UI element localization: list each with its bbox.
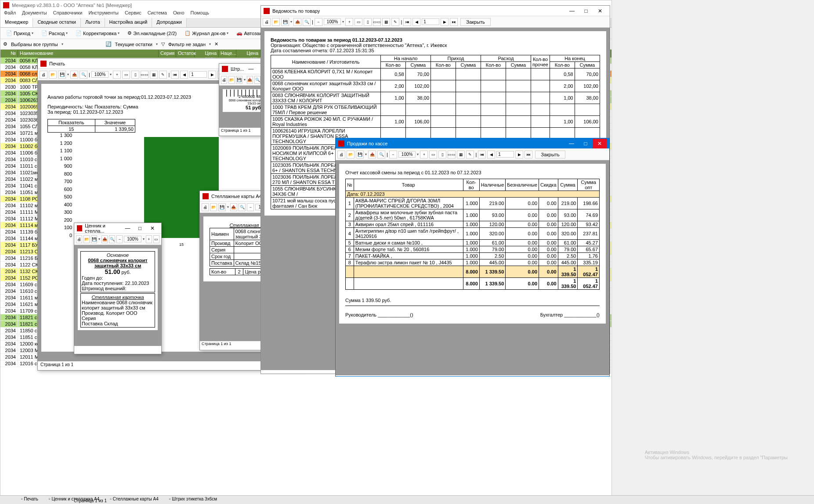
- tab[interactable]: Допродажи: [152, 18, 187, 27]
- edit-icon[interactable]: ✎: [391, 18, 399, 26]
- edit-icon[interactable]: ✎: [159, 71, 167, 79]
- first-page-icon[interactable]: ⏮: [478, 151, 486, 158]
- open-icon[interactable]: 📂: [210, 203, 217, 211]
- enakladnye-button[interactable]: ⚙Эл.накладные (2/2): [124, 29, 180, 37]
- export-icon[interactable]: 📤: [101, 235, 108, 243]
- menu-item[interactable]: Справочники: [53, 10, 83, 18]
- export-icon[interactable]: 📤: [368, 151, 376, 158]
- minimize-button[interactable]: —: [565, 6, 579, 16]
- prev-page-icon[interactable]: ◀: [487, 151, 495, 158]
- col-ostatok[interactable]: Остаток: [176, 50, 195, 58]
- zoom-out-icon[interactable]: −: [315, 18, 322, 26]
- menu-item[interactable]: Сервис: [125, 10, 141, 18]
- zoom-box[interactable]: 100%: [91, 71, 109, 78]
- grid-icon[interactable]: ▦: [382, 18, 390, 26]
- print-icon[interactable]: 🖨: [221, 76, 227, 84]
- last-page-icon[interactable]: ⏭: [450, 18, 458, 26]
- close-button[interactable]: ✕: [593, 139, 607, 148]
- save-icon[interactable]: 💾: [218, 203, 225, 211]
- export-icon[interactable]: 📤: [293, 18, 301, 26]
- two-page-icon[interactable]: ▭▭: [373, 18, 381, 26]
- fit-page-icon[interactable]: ▯: [364, 18, 372, 26]
- minimize-button[interactable]: —: [244, 64, 258, 74]
- close-button[interactable]: ✕: [146, 223, 159, 233]
- maximize-button[interactable]: □: [579, 6, 593, 16]
- export-icon[interactable]: 📤: [70, 71, 78, 79]
- search-icon[interactable]: 🔍: [109, 235, 115, 243]
- fit-icon[interactable]: ▭: [153, 235, 159, 243]
- col-price[interactable]: Цена розн.: [195, 50, 219, 58]
- close-button[interactable]: ✕: [593, 6, 607, 16]
- page-input[interactable]: [496, 151, 514, 158]
- first-page-icon[interactable]: ⏮: [403, 18, 411, 26]
- export-icon[interactable]: 📤: [230, 203, 237, 211]
- groups-dropdown[interactable]: Выбраны все группы: [11, 42, 58, 47]
- next-page-icon[interactable]: ▶: [208, 71, 216, 79]
- filter-label[interactable]: Фильтр не задан: [168, 42, 206, 47]
- fit-width-icon[interactable]: ▭: [122, 71, 130, 79]
- print-icon[interactable]: 🖨: [263, 18, 271, 26]
- prev-page-icon[interactable]: ◀: [412, 18, 420, 26]
- zoom-box[interactable]: 100%: [324, 18, 341, 25]
- print-icon[interactable]: 🖨: [202, 203, 209, 211]
- maximize-button[interactable]: □: [134, 223, 146, 233]
- print-icon[interactable]: 🖨: [337, 151, 345, 158]
- save-icon[interactable]: 💾: [356, 151, 364, 158]
- zoom-in-icon[interactable]: +: [345, 18, 353, 26]
- col-opt[interactable]: Цена опт.: [236, 50, 260, 58]
- menu-item[interactable]: Помощь: [191, 10, 210, 18]
- fit-width-icon[interactable]: ▭: [355, 18, 362, 26]
- zhurnal-button[interactable]: 📋Журнал док-ов▾: [181, 29, 232, 37]
- close-button[interactable]: Закрыть: [535, 151, 565, 158]
- zoom-out-icon[interactable]: −: [247, 203, 254, 211]
- search-icon[interactable]: 🔍: [80, 71, 87, 79]
- menu-item[interactable]: Система: [148, 10, 167, 18]
- zoom-out-icon[interactable]: −: [389, 151, 397, 158]
- footer-tab[interactable]: ▫ Стеллажные карты А4: [106, 496, 162, 504]
- col-nacenka[interactable]: Наце...: [219, 50, 236, 58]
- search-icon[interactable]: 🔍: [377, 151, 385, 158]
- zoom-box[interactable]: 100%: [398, 151, 416, 158]
- col-lot[interactable]: №: [0, 50, 18, 58]
- open-icon[interactable]: 📂: [49, 71, 57, 79]
- zoom-in-icon[interactable]: +: [113, 71, 121, 79]
- save-icon[interactable]: 💾: [236, 76, 242, 84]
- filter-icon[interactable]: ▽: [161, 41, 165, 47]
- zoom-box[interactable]: 100%: [124, 236, 141, 242]
- minimize-button[interactable]: —: [564, 139, 579, 148]
- next-page-icon[interactable]: ▶: [515, 151, 523, 158]
- prev-page-icon[interactable]: ◀: [180, 71, 188, 79]
- edit-icon[interactable]: ✎: [466, 151, 474, 158]
- fit-page-icon[interactable]: ▯: [438, 151, 446, 158]
- zoom-out-icon[interactable]: −: [116, 235, 123, 243]
- grid-icon[interactable]: ▦: [150, 71, 158, 79]
- print-icon[interactable]: 🖨: [40, 71, 47, 79]
- grid-icon[interactable]: ▦: [457, 151, 465, 158]
- menu-item[interactable]: Документы: [22, 10, 47, 18]
- tab[interactable]: Менеджер: [0, 18, 33, 27]
- minimize-button[interactable]: —: [121, 223, 134, 233]
- open-icon[interactable]: 📂: [228, 76, 235, 84]
- clear-filter-icon[interactable]: ✕: [214, 41, 218, 47]
- maximize-button[interactable]: □: [579, 139, 593, 148]
- tab[interactable]: Настройка акций: [105, 18, 152, 27]
- rashod-button[interactable]: 📄Расход▾: [38, 29, 71, 37]
- two-page-icon[interactable]: ▭▭: [448, 151, 456, 158]
- tab[interactable]: Сводные остатки: [33, 18, 81, 27]
- last-page-icon[interactable]: ⏭: [525, 151, 532, 158]
- menu-item[interactable]: Файл: [4, 10, 16, 18]
- korr-button[interactable]: 📄Корректировка▾: [72, 29, 123, 37]
- gear-icon[interactable]: ⚙: [3, 41, 7, 47]
- search-icon[interactable]: 🔍: [254, 76, 260, 84]
- menu-item[interactable]: Окно: [173, 10, 185, 18]
- page-input[interactable]: [189, 71, 207, 78]
- zoom-in-icon[interactable]: +: [420, 151, 428, 158]
- open-icon[interactable]: 📂: [272, 18, 280, 26]
- save-icon[interactable]: 💾: [91, 235, 97, 243]
- save-icon[interactable]: 💾: [281, 18, 289, 26]
- prihod-button[interactable]: 📄Приход▾: [3, 29, 36, 37]
- save-icon[interactable]: 💾: [58, 71, 66, 79]
- export-icon[interactable]: 📤: [247, 76, 253, 84]
- refresh-icon[interactable]: 🔄: [105, 41, 112, 47]
- col-seria[interactable]: Серия: [159, 50, 176, 58]
